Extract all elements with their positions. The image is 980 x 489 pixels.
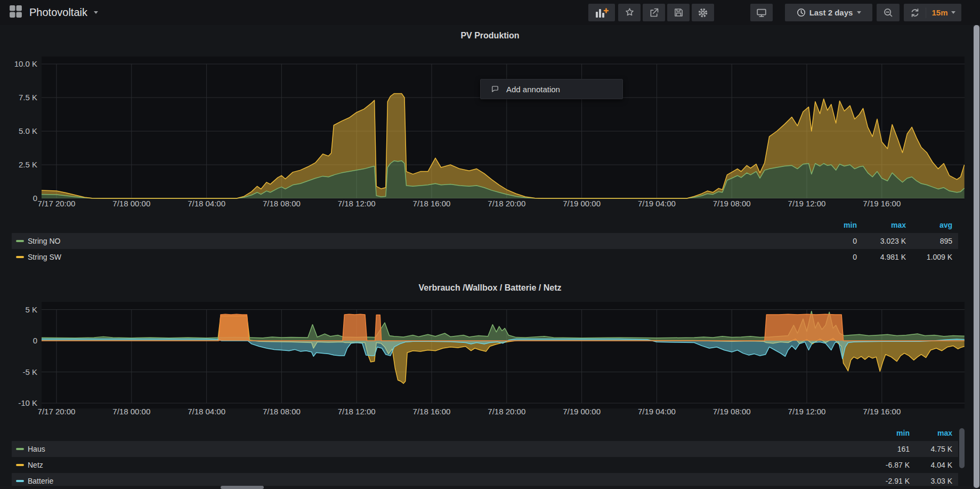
- grafana-dashboard: Photovoltaik: [0, 0, 980, 489]
- verbrauch-chart[interactable]: 7/17 20:007/18 00:007/18 04:007/18 08:00…: [0, 299, 980, 421]
- navbar: Photovoltaik: [0, 0, 980, 25]
- legend-sort-max[interactable]: max: [905, 427, 952, 439]
- svg-text:7/18 04:00: 7/18 04:00: [188, 407, 225, 416]
- star-button[interactable]: [618, 4, 641, 21]
- svg-text:7/19 04:00: 7/19 04:00: [638, 199, 676, 208]
- legend-row-string-sw: String SW 0 4.981 K 1.009 K: [12, 249, 958, 265]
- horizontal-scrollbar-track[interactable]: [0, 486, 973, 489]
- panel-title-verbrauch[interactable]: Verbrauch /Wallbox / Batterie / Netz: [0, 283, 980, 293]
- svg-text:7.5 K: 7.5 K: [19, 93, 37, 102]
- chevron-down-icon: [951, 11, 955, 14]
- series-swatch-batterie[interactable]: [16, 480, 24, 482]
- panel-title-pv-produktion[interactable]: PV Produktion: [0, 31, 980, 41]
- svg-text:7/19 08:00: 7/19 08:00: [713, 407, 751, 416]
- svg-text:7/18 00:00: 7/18 00:00: [112, 199, 150, 208]
- svg-text:-10 K: -10 K: [18, 398, 37, 407]
- stat-min: 0: [810, 233, 857, 249]
- svg-text:2.5 K: 2.5 K: [19, 160, 37, 169]
- series-swatch-haus[interactable]: [16, 448, 24, 450]
- legend-sort-avg[interactable]: avg: [905, 219, 952, 231]
- dashboard-grid-icon[interactable]: [9, 4, 23, 21]
- svg-text:10.0 K: 10.0 K: [14, 59, 37, 68]
- stat-avg: 895: [905, 233, 952, 249]
- series-label[interactable]: Netz: [28, 457, 43, 473]
- series-label[interactable]: Haus: [28, 441, 45, 457]
- legend-header-row: min max avg: [12, 219, 958, 231]
- stat-min: 161: [863, 441, 910, 457]
- stat-max: 3.023 K: [859, 233, 906, 249]
- horizontal-scrollbar-thumb[interactable]: [221, 486, 264, 489]
- legend-row-netz: Netz -6.87 K 4.04 K: [12, 457, 958, 473]
- series-label[interactable]: String NO: [28, 233, 60, 249]
- svg-text:7/19 04:00: 7/19 04:00: [638, 407, 676, 416]
- comment-bubble-icon: [490, 84, 500, 94]
- pv-produktion-chart[interactable]: 7/17 20:007/18 00:007/18 04:007/18 08:00…: [0, 53, 980, 208]
- stat-max: 4.981 K: [859, 249, 906, 265]
- dashboard-title[interactable]: Photovoltaik: [29, 6, 87, 19]
- series-swatch-string-no[interactable]: [16, 240, 24, 242]
- svg-text:5 K: 5 K: [25, 305, 37, 314]
- legend-row-haus: Haus 161 4.75 K: [12, 441, 958, 457]
- svg-text:7/18 12:00: 7/18 12:00: [338, 407, 376, 416]
- refresh-interval-label: 15m: [932, 8, 947, 17]
- svg-text:5.0 K: 5.0 K: [19, 126, 37, 135]
- svg-text:7/18 04:00: 7/18 04:00: [188, 199, 225, 208]
- add-annotation-menu-item[interactable]: Add annotation: [480, 79, 623, 99]
- svg-text:7/19 08:00: 7/19 08:00: [713, 199, 751, 208]
- stat-avg: 1.009 K: [905, 249, 952, 265]
- settings-button[interactable]: [692, 4, 714, 21]
- svg-text:7/18 16:00: 7/18 16:00: [413, 199, 451, 208]
- legend-scrollbar-thumb[interactable]: [959, 428, 965, 468]
- chevron-down-icon: [94, 11, 98, 14]
- svg-text:7/17 20:00: 7/17 20:00: [38, 199, 76, 208]
- divider: [926, 7, 926, 18]
- legend-sort-min[interactable]: min: [810, 219, 857, 231]
- svg-text:7/19 12:00: 7/19 12:00: [788, 407, 826, 416]
- legend-sort-min[interactable]: min: [863, 427, 910, 439]
- svg-text:7/18 16:00: 7/18 16:00: [413, 407, 451, 416]
- svg-text:7/18 00:00: 7/18 00:00: [112, 407, 150, 416]
- chevron-down-icon: [857, 11, 861, 14]
- series-swatch-netz[interactable]: [16, 464, 24, 466]
- zoom-out-button[interactable]: [877, 4, 900, 21]
- save-button[interactable]: [667, 4, 690, 21]
- svg-text:7/17 20:00: 7/17 20:00: [38, 407, 76, 416]
- svg-text:0: 0: [33, 194, 37, 203]
- svg-text:7/19 12:00: 7/19 12:00: [788, 199, 826, 208]
- legend-row-string-no: String NO 0 3.023 K 895: [12, 233, 958, 249]
- series-swatch-string-sw[interactable]: [16, 256, 24, 258]
- legend-header-row: min max: [12, 427, 958, 439]
- svg-text:7/18 12:00: 7/18 12:00: [338, 199, 376, 208]
- svg-text:0: 0: [33, 336, 37, 345]
- vertical-scrollbar-thumb[interactable]: [974, 25, 979, 488]
- time-range-picker[interactable]: Last 2 days: [785, 4, 872, 21]
- svg-text:7/19 16:00: 7/19 16:00: [863, 199, 901, 208]
- svg-text:7/18 08:00: 7/18 08:00: [263, 407, 301, 416]
- svg-text:-5 K: -5 K: [22, 367, 37, 376]
- svg-text:7/18 08:00: 7/18 08:00: [263, 199, 301, 208]
- svg-text:7/19 00:00: 7/19 00:00: [563, 199, 601, 208]
- stat-max: 4.04 K: [905, 457, 952, 473]
- stat-min: -6.87 K: [863, 457, 910, 473]
- svg-text:7/19 00:00: 7/19 00:00: [563, 407, 601, 416]
- tv-mode-button[interactable]: [750, 4, 773, 21]
- time-range-label: Last 2 days: [809, 8, 853, 17]
- legend-sort-max[interactable]: max: [859, 219, 906, 231]
- stat-min: 0: [810, 249, 857, 265]
- svg-text:7/18 20:00: 7/18 20:00: [488, 199, 525, 208]
- svg-text:7/19 16:00: 7/19 16:00: [863, 407, 901, 416]
- add-annotation-label: Add annotation: [506, 85, 560, 94]
- share-button[interactable]: [643, 4, 665, 21]
- series-label[interactable]: String SW: [28, 249, 61, 265]
- svg-text:7/18 20:00: 7/18 20:00: [488, 407, 525, 416]
- stat-max: 4.75 K: [905, 441, 952, 457]
- add-panel-button[interactable]: [588, 4, 615, 21]
- refresh-button[interactable]: 15m: [904, 4, 961, 21]
